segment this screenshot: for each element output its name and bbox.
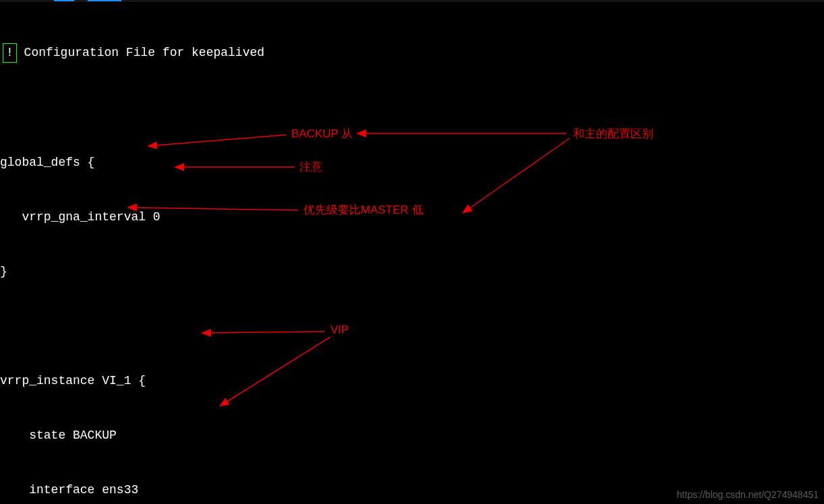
config-title: Configuration File for keepalived [17,46,264,59]
config-line [0,99,824,117]
config-line [0,317,824,336]
config-title-line: ! Configuration File for keepalived [0,43,824,63]
config-line: } [0,263,824,281]
watermark: https://blog.csdn.net/Q274948451 [677,489,819,500]
config-line: global_defs { [0,154,824,172]
bang-marker-icon: ! [3,43,17,63]
config-line: vrrp_gna_interval 0 [0,208,824,226]
terminal-viewport[interactable]: ! Configuration File for keepalived glob… [0,1,824,504]
config-line-state-backup: state BACKUP [0,427,824,445]
config-line: vrrp_instance VI_1 { [0,372,824,390]
